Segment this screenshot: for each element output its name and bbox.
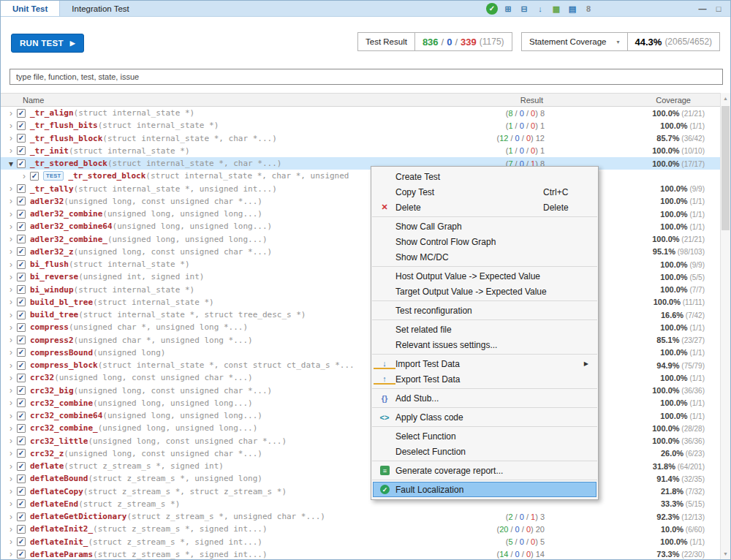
row-checkbox[interactable]: ✓: [17, 260, 26, 269]
row-checkbox[interactable]: ✓: [17, 412, 26, 420]
table-row[interactable]: ›✓compress_block(struct internal_state *…: [1, 359, 720, 371]
table-row[interactable]: ›✓deflateEnd(struct z_stream_s *)33.3% (…: [1, 498, 720, 510]
table-row[interactable]: ›✓deflateInit2_(struct z_stream_s *, sig…: [1, 523, 720, 535]
table-row[interactable]: ›✓TEST_tr_stored_block(struct internal_s…: [1, 170, 720, 182]
menu-item-show-call-graph[interactable]: Show Call Graph: [373, 219, 596, 234]
expand-chevron-icon[interactable]: ›: [5, 108, 17, 118]
row-checkbox[interactable]: ✓: [17, 525, 26, 534]
table-row[interactable]: ›✓adler32_combine(unsigned long, unsigne…: [1, 208, 720, 220]
expand-chevron-icon[interactable]: ›: [5, 398, 17, 408]
row-checkbox[interactable]: ✓: [17, 146, 26, 155]
table-row[interactable]: ›✓_tr_align(struct internal_state *)(8 /…: [1, 107, 720, 119]
test-status-icon[interactable]: ✓: [486, 3, 498, 15]
expand-chevron-icon[interactable]: ›: [5, 474, 17, 484]
menu-item-delete[interactable]: ✕DeleteDelete: [373, 200, 596, 215]
table-row[interactable]: ›✓crc32_combine(unsigned long, unsigned …: [1, 397, 720, 409]
export-grid-icon[interactable]: ▦: [550, 3, 562, 15]
vertical-scrollbar[interactable]: ▲ ▼: [720, 93, 730, 559]
row-checkbox[interactable]: ✓: [17, 386, 26, 395]
menu-item-host-output-value-expected-value[interactable]: Host Output Value -> Expected Value: [373, 268, 596, 284]
expand-chevron-icon[interactable]: ›: [5, 246, 17, 257]
row-checkbox[interactable]: ✓: [17, 361, 26, 370]
row-checkbox[interactable]: ✓: [17, 348, 26, 357]
expand-chevron-icon[interactable]: ›: [5, 284, 17, 295]
row-checkbox[interactable]: ✓: [17, 298, 26, 306]
row-checkbox[interactable]: ✓: [30, 172, 39, 181]
row-checkbox[interactable]: ✓: [17, 512, 26, 521]
expand-chevron-icon[interactable]: ›: [5, 461, 17, 472]
expand-chevron-icon[interactable]: ›: [5, 322, 17, 333]
table-row[interactable]: ›✓crc32_z(unsigned long, const unsigned …: [1, 447, 720, 460]
menu-item-target-output-value-expected-value[interactable]: Target Output Value -> Expected Value: [373, 284, 596, 299]
column-header-name[interactable]: Name: [1, 96, 471, 105]
run-test-button[interactable]: RUN TEST ▶: [11, 34, 84, 53]
table-row[interactable]: ›✓deflateParams(struct z_stream_s *, sig…: [1, 548, 720, 559]
row-checkbox[interactable]: ✓: [17, 197, 26, 205]
menu-item-set-related-file[interactable]: Set related file: [373, 322, 596, 337]
table-row[interactable]: ›✓_tr_tally(struct internal_state *, uns…: [1, 183, 720, 195]
table-row[interactable]: ›✓build_tree(struct internal_state *, st…: [1, 309, 720, 321]
expand-chevron-icon[interactable]: ›: [5, 209, 17, 219]
expand-chevron-icon[interactable]: ›: [5, 512, 17, 522]
table-row[interactable]: ›✓adler32_combine_(unsigned long, unsign…: [1, 233, 720, 246]
expand-chevron-icon[interactable]: ›: [5, 145, 17, 156]
table-row[interactable]: ›✓compress2(unsigned char *, unsigned lo…: [1, 334, 720, 347]
table-row[interactable]: ›✓crc32_combine_(unsigned long, unsigned…: [1, 422, 720, 434]
maximize-icon[interactable]: □: [713, 3, 724, 15]
collapse-all-icon[interactable]: ⊟: [518, 3, 530, 15]
row-checkbox[interactable]: ✓: [17, 235, 26, 243]
menu-item-copy-test[interactable]: Copy TestCtrl+C: [373, 184, 596, 200]
row-checkbox[interactable]: ✓: [17, 537, 26, 546]
coverage-type-dropdown[interactable]: Statement Coverage ▾: [521, 32, 628, 51]
row-checkbox[interactable]: ✓: [17, 336, 26, 344]
expand-chevron-icon[interactable]: ›: [5, 373, 17, 383]
menu-item-show-control-flow-graph[interactable]: Show Control Flow Graph: [373, 234, 596, 249]
scroll-up-icon[interactable]: ▲: [721, 93, 730, 104]
table-row[interactable]: ›✓deflateGetDictionary(struct z_stream_s…: [1, 510, 720, 523]
row-checkbox[interactable]: ✓: [17, 159, 26, 168]
menu-item-show-mc-dc[interactable]: Show MC/DC: [373, 249, 596, 265]
row-checkbox[interactable]: ✓: [17, 424, 26, 433]
column-header-coverage[interactable]: Coverage: [559, 96, 720, 105]
table-row[interactable]: ›✓crc32_little(unsigned long, const unsi…: [1, 435, 720, 447]
row-checkbox[interactable]: ✓: [17, 487, 26, 496]
menu-item-test-reconfiguration[interactable]: Test reconfiguration: [373, 303, 596, 318]
menu-item-relevant-issues-settings[interactable]: Relevant issues settings...: [373, 337, 596, 352]
row-checkbox[interactable]: ✓: [17, 436, 26, 445]
expand-chevron-icon[interactable]: ›: [5, 183, 17, 194]
expand-chevron-icon[interactable]: ›: [5, 423, 17, 434]
row-checkbox[interactable]: ✓: [17, 499, 26, 508]
expand-chevron-icon[interactable]: ›: [5, 335, 17, 345]
expand-chevron-icon[interactable]: ▾: [5, 159, 17, 169]
menu-item-export-test-data[interactable]: ↑Export Test Data: [373, 371, 596, 387]
row-checkbox[interactable]: ✓: [17, 285, 26, 294]
row-checkbox[interactable]: ✓: [17, 449, 26, 458]
table-row[interactable]: ›✓build_bl_tree(struct internal_state *)…: [1, 296, 720, 309]
tab-integration-test[interactable]: Integration Test: [60, 1, 140, 16]
row-checkbox[interactable]: ✓: [17, 109, 26, 118]
table-row[interactable]: ›✓_tr_init(struct internal_state *)(1 / …: [1, 145, 720, 157]
minimize-icon[interactable]: —: [697, 3, 708, 15]
link-icon[interactable]: 8: [583, 3, 594, 15]
document-icon[interactable]: ▤: [567, 3, 578, 15]
expand-chevron-icon[interactable]: ›: [5, 310, 17, 320]
expand-chevron-icon[interactable]: ›: [5, 486, 17, 496]
row-checkbox[interactable]: ✓: [17, 374, 26, 382]
expand-all-icon[interactable]: ⊞: [502, 3, 514, 15]
expand-chevron-icon[interactable]: ›: [5, 121, 17, 131]
expand-chevron-icon[interactable]: ›: [5, 133, 17, 143]
menu-item-import-test-data[interactable]: ↓Import Test Data▶: [373, 356, 596, 371]
menu-item-deselect-function[interactable]: Deselect Function: [373, 444, 596, 459]
expand-chevron-icon[interactable]: ›: [5, 448, 17, 458]
expand-chevron-icon[interactable]: ›: [5, 411, 17, 421]
table-row[interactable]: ›✓compressBound(unsigned long)100.0% (1/…: [1, 347, 720, 359]
row-checkbox[interactable]: ✓: [17, 121, 26, 130]
row-checkbox[interactable]: ✓: [17, 398, 26, 407]
row-checkbox[interactable]: ✓: [17, 222, 26, 231]
expand-chevron-icon[interactable]: ›: [5, 196, 17, 206]
search-input[interactable]: [10, 69, 723, 85]
expand-chevron-icon[interactable]: ›: [5, 360, 17, 371]
scrollbar-thumb[interactable]: [721, 106, 730, 230]
tab-unit-test[interactable]: Unit Test: [1, 1, 60, 16]
menu-item-fault-localization[interactable]: ✓Fault Localization: [373, 482, 596, 497]
